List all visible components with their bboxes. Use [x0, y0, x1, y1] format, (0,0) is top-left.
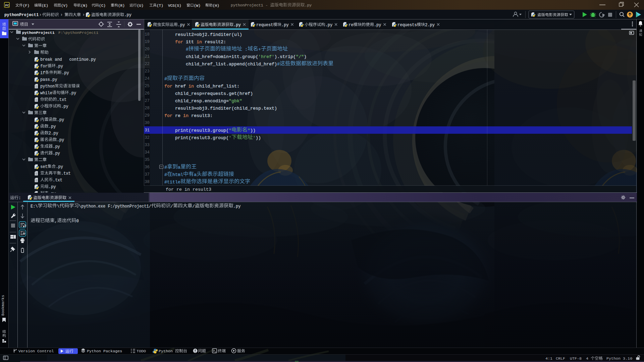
svg-text:re: re: [348, 23, 353, 27]
svg-text:›: ›: [40, 12, 41, 17]
svg-text:(F): (F): [23, 4, 30, 8]
svg-text:for: for: [164, 113, 175, 118]
svg-text:/: /: [192, 204, 195, 209]
svg-text:child_href=domin+itt.group(: child_href=domin+itt.group(: [164, 54, 258, 59]
svg-text:#: #: [164, 172, 167, 177]
svg-text:"/": "/": [296, 54, 304, 59]
svg-text:4:1: 4:1: [545, 356, 552, 361]
svg-text:for: for: [164, 84, 175, 89]
svg-text:.py: .py: [53, 144, 60, 149]
svg-text:result2=obj2.finditer(ul): result2=obj2.finditer(ul): [164, 32, 242, 37]
svg-text:#: #: [164, 165, 167, 170]
svg-text:.py: .py: [62, 71, 69, 75]
svg-text:.txt: .txt: [53, 178, 62, 183]
svg-text:38: 38: [145, 180, 150, 184]
svg-text:.py: .py: [61, 104, 68, 109]
svg-text:.py: .py: [69, 91, 76, 96]
svg-text:re: re: [175, 113, 183, 118]
svg-text:.py: .py: [281, 23, 289, 27]
svg-text:F:\pythonProject1: F:\pythonProject1: [58, 31, 98, 35]
svg-text:Bookmarks: Bookmarks: [1, 295, 5, 316]
svg-text:\: \: [57, 204, 59, 209]
svg-text:.py: .py: [233, 23, 241, 27]
svg-text:(E): (E): [42, 4, 48, 8]
svg-text:(V): (V): [61, 4, 68, 8]
svg-text:CRLF: CRLF: [556, 356, 565, 361]
svg-text:href: href: [175, 84, 189, 89]
svg-text:": ": [248, 128, 250, 133]
svg-text:requests: requests: [397, 23, 417, 27]
svg-text:if: if: [40, 71, 45, 75]
svg-text:+: +: [258, 47, 261, 52]
svg-text:a: a: [194, 172, 197, 177]
svg-text:': ': [253, 135, 256, 140]
svg-text:21: 21: [145, 54, 150, 59]
svg-text:#: #: [186, 47, 189, 52]
svg-text:28: 28: [145, 106, 150, 111]
svg-text:while: while: [40, 91, 52, 96]
svg-text:set: set: [40, 165, 48, 169]
svg-text:0: 0: [76, 219, 79, 224]
svg-text:pythonProject1 -: pythonProject1 -: [231, 3, 270, 7]
svg-text:pass.py: pass.py: [40, 77, 57, 82]
svg-text:.py: .py: [56, 64, 63, 69]
svg-text:UTF-8: UTF-8: [570, 356, 582, 361]
svg-text:python: python: [40, 84, 55, 89]
svg-text:35: 35: [145, 158, 150, 162]
svg-text:result3:: result3:: [191, 113, 213, 118]
svg-text:VCS(S): VCS(S): [168, 4, 181, 8]
svg-text:2.py: 2.py: [425, 23, 435, 27]
svg-text:.py: .py: [374, 23, 381, 27]
svg-text::: :: [18, 196, 21, 200]
svg-text:.txt: .txt: [61, 171, 71, 176]
svg-text:2.py: 2.py: [49, 131, 58, 136]
svg-text:print(reslut3.group(: print(reslut3.group(: [164, 135, 229, 140]
svg-text:for re in result3: for re in result3: [166, 187, 211, 192]
svg-text:': ': [229, 135, 231, 140]
svg-text:Version Control: Version Control: [18, 349, 54, 354]
svg-text:#: #: [164, 76, 167, 81]
svg-text:for: for: [40, 64, 48, 69]
svg-text:19: 19: [145, 40, 150, 44]
svg-text:.py: .py: [305, 3, 312, 7]
svg-text:33: 33: [145, 143, 150, 147]
svg-text:child_href_list:: child_href_list:: [197, 84, 239, 89]
svg-text:'href': 'href': [258, 54, 274, 59]
svg-text:\python.exe F:/pythonProject1/: \python.exe F:/pythonProject1/: [79, 204, 151, 209]
svg-text:.py: .py: [56, 165, 63, 169]
svg-text:Python Packages: Python Packages: [87, 349, 122, 354]
svg-text:(N): (N): [81, 4, 88, 8]
svg-text:pythonProject1: pythonProject1: [22, 31, 55, 35]
svg-text:Python 3.10: Python 3.10: [606, 356, 632, 361]
svg-text:TODO: TODO: [137, 349, 146, 354]
svg-text:child_resp.encoding=: child_resp.encoding=: [164, 99, 229, 104]
svg-text:.py: .py: [53, 151, 60, 156]
svg-text:(C): (C): [99, 4, 106, 8]
svg-text:(T): (T): [157, 4, 163, 8]
svg-text:Python: Python: [159, 349, 175, 354]
svg-text:break and continue.py: break and continue.py: [40, 57, 96, 62]
svg-text:request: request: [256, 23, 273, 27]
svg-text:a: a: [178, 165, 180, 170]
svg-text:.py: .py: [57, 118, 64, 122]
svg-text:31: 31: [145, 128, 150, 133]
svg-text:html: html: [172, 172, 183, 177]
svg-text:)): )): [250, 128, 256, 133]
svg-text:in: in: [197, 40, 205, 45]
svg-text:27: 27: [145, 99, 150, 103]
svg-text:18: 18: [145, 32, 150, 37]
svg-text:#: #: [277, 62, 280, 67]
svg-text:#title: #title: [164, 180, 180, 185]
svg-text:.txt: .txt: [57, 98, 67, 102]
svg-text:.py: .py: [325, 23, 333, 27]
svg-text:(H): (H): [213, 4, 219, 8]
svg-text:30: 30: [145, 121, 150, 125]
svg-text:37: 37: [145, 172, 150, 177]
svg-text:in: in: [183, 113, 191, 118]
svg-text:child_resp=requests.get(href): child_resp=requests.get(href): [164, 91, 253, 96]
svg-text:36: 36: [145, 165, 150, 170]
svg-text:PC: PC: [5, 4, 9, 7]
svg-text:4: 4: [586, 356, 591, 361]
svg-text:32: 32: [145, 135, 150, 140]
svg-text:.py: .py: [57, 138, 64, 142]
